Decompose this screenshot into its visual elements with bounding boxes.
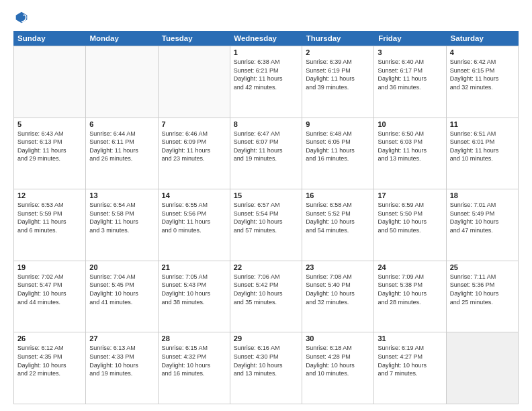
cell-content: Sunrise: 6:19 AM Sunset: 4:27 PM Dayligh… (378, 344, 442, 377)
week-row-3: 19Sunrise: 7:02 AM Sunset: 5:47 PM Dayli… (13, 261, 519, 332)
day-number: 7 (162, 120, 226, 128)
day-number: 28 (162, 334, 226, 342)
cell-content: Sunrise: 7:04 AM Sunset: 5:45 PM Dayligh… (89, 273, 154, 306)
cell-content: Sunrise: 6:53 AM Sunset: 5:59 PM Dayligh… (17, 201, 82, 234)
calendar: SundayMondayTuesdayWednesdayThursdayFrid… (13, 31, 519, 404)
header-day-sunday: Sunday (13, 31, 85, 46)
week-row-4: 26Sunrise: 6:12 AM Sunset: 4:35 PM Dayli… (13, 332, 519, 404)
week-row-2: 12Sunrise: 6:53 AM Sunset: 5:59 PM Dayli… (13, 189, 519, 261)
cell-content: Sunrise: 6:38 AM Sunset: 6:21 PM Dayligh… (234, 58, 298, 91)
cal-cell: 28Sunrise: 6:15 AM Sunset: 4:32 PM Dayli… (159, 332, 230, 404)
cal-cell: 13Sunrise: 6:54 AM Sunset: 5:58 PM Dayli… (86, 189, 158, 261)
cal-cell: 6Sunrise: 6:44 AM Sunset: 6:11 PM Daylig… (86, 118, 158, 189)
cell-content: Sunrise: 6:40 AM Sunset: 6:17 PM Dayligh… (378, 58, 442, 91)
cell-content: Sunrise: 6:39 AM Sunset: 6:19 PM Dayligh… (306, 58, 370, 91)
header-day-saturday: Saturday (447, 31, 519, 46)
day-number: 16 (306, 191, 370, 199)
cell-content: Sunrise: 7:06 AM Sunset: 5:42 PM Dayligh… (234, 273, 298, 306)
cal-cell: 20Sunrise: 7:04 AM Sunset: 5:45 PM Dayli… (86, 261, 158, 332)
calendar-body: 1Sunrise: 6:38 AM Sunset: 6:21 PM Daylig… (13, 46, 519, 404)
cal-cell (159, 46, 230, 118)
cell-content: Sunrise: 7:11 AM Sunset: 5:36 PM Dayligh… (450, 273, 515, 306)
day-number: 11 (450, 120, 515, 128)
header-day-tuesday: Tuesday (158, 31, 230, 46)
cell-content: Sunrise: 6:48 AM Sunset: 6:05 PM Dayligh… (306, 130, 370, 163)
cal-cell: 29Sunrise: 6:16 AM Sunset: 4:30 PM Dayli… (230, 332, 302, 404)
day-number: 15 (234, 191, 298, 199)
day-number: 18 (450, 191, 515, 199)
cal-cell: 8Sunrise: 6:47 AM Sunset: 6:07 PM Daylig… (230, 118, 302, 189)
cell-content: Sunrise: 6:50 AM Sunset: 6:03 PM Dayligh… (378, 130, 442, 163)
cal-cell: 21Sunrise: 7:05 AM Sunset: 5:43 PM Dayli… (159, 261, 230, 332)
cell-content: Sunrise: 6:16 AM Sunset: 4:30 PM Dayligh… (234, 344, 298, 377)
cell-content: Sunrise: 6:55 AM Sunset: 5:56 PM Dayligh… (162, 201, 226, 234)
cal-cell: 19Sunrise: 7:02 AM Sunset: 5:47 PM Dayli… (14, 261, 86, 332)
header-day-friday: Friday (374, 31, 446, 46)
cell-content: Sunrise: 6:18 AM Sunset: 4:28 PM Dayligh… (306, 344, 370, 377)
day-number: 14 (162, 191, 226, 199)
cell-content: Sunrise: 6:42 AM Sunset: 6:15 PM Dayligh… (450, 58, 515, 91)
cell-content: Sunrise: 6:59 AM Sunset: 5:50 PM Dayligh… (378, 201, 442, 234)
cal-cell: 25Sunrise: 7:11 AM Sunset: 5:36 PM Dayli… (447, 261, 519, 332)
day-number: 2 (306, 48, 370, 56)
cal-cell: 11Sunrise: 6:51 AM Sunset: 6:01 PM Dayli… (447, 118, 519, 189)
day-number: 31 (378, 334, 442, 342)
logo (13, 11, 28, 24)
cal-cell (447, 332, 519, 404)
cell-content: Sunrise: 7:02 AM Sunset: 5:47 PM Dayligh… (17, 273, 82, 306)
cell-content: Sunrise: 6:51 AM Sunset: 6:01 PM Dayligh… (450, 130, 515, 163)
week-row-0: 1Sunrise: 6:38 AM Sunset: 6:21 PM Daylig… (13, 46, 519, 118)
day-number: 13 (89, 191, 154, 199)
cal-cell: 17Sunrise: 6:59 AM Sunset: 5:50 PM Dayli… (374, 189, 446, 261)
day-number: 4 (450, 48, 515, 56)
day-number: 12 (17, 191, 82, 199)
cal-cell: 3Sunrise: 6:40 AM Sunset: 6:17 PM Daylig… (374, 46, 446, 118)
cal-cell: 9Sunrise: 6:48 AM Sunset: 6:05 PM Daylig… (302, 118, 374, 189)
day-number: 6 (89, 120, 154, 128)
cal-cell: 27Sunrise: 6:13 AM Sunset: 4:33 PM Dayli… (86, 332, 158, 404)
cell-content: Sunrise: 6:13 AM Sunset: 4:33 PM Dayligh… (89, 344, 154, 377)
day-number: 8 (234, 120, 298, 128)
cell-content: Sunrise: 6:43 AM Sunset: 6:13 PM Dayligh… (17, 130, 82, 163)
day-number: 23 (306, 263, 370, 271)
day-number: 24 (378, 263, 442, 271)
cal-cell: 30Sunrise: 6:18 AM Sunset: 4:28 PM Dayli… (302, 332, 374, 404)
cell-content: Sunrise: 7:08 AM Sunset: 5:40 PM Dayligh… (306, 273, 370, 306)
day-number: 25 (450, 263, 515, 271)
cell-content: Sunrise: 7:01 AM Sunset: 5:49 PM Dayligh… (450, 201, 515, 234)
cal-cell: 31Sunrise: 6:19 AM Sunset: 4:27 PM Dayli… (374, 332, 446, 404)
header-day-wednesday: Wednesday (230, 31, 302, 46)
cal-cell: 5Sunrise: 6:43 AM Sunset: 6:13 PM Daylig… (14, 118, 86, 189)
day-number: 30 (306, 334, 370, 342)
cal-cell: 15Sunrise: 6:57 AM Sunset: 5:54 PM Dayli… (230, 189, 302, 261)
cell-content: Sunrise: 7:09 AM Sunset: 5:38 PM Dayligh… (378, 273, 442, 306)
header-day-thursday: Thursday (302, 31, 374, 46)
page: SundayMondayTuesdayWednesdayThursdayFrid… (0, 0, 532, 411)
day-number: 20 (89, 263, 154, 271)
cal-cell: 2Sunrise: 6:39 AM Sunset: 6:19 PM Daylig… (302, 46, 374, 118)
cell-content: Sunrise: 6:47 AM Sunset: 6:07 PM Dayligh… (234, 130, 298, 163)
cal-cell: 16Sunrise: 6:58 AM Sunset: 5:52 PM Dayli… (302, 189, 374, 261)
day-number: 10 (378, 120, 442, 128)
header (13, 11, 519, 24)
cal-cell: 4Sunrise: 6:42 AM Sunset: 6:15 PM Daylig… (447, 46, 519, 118)
day-number: 22 (234, 263, 298, 271)
day-number: 9 (306, 120, 370, 128)
cell-content: Sunrise: 6:12 AM Sunset: 4:35 PM Dayligh… (17, 344, 82, 377)
cal-cell: 23Sunrise: 7:08 AM Sunset: 5:40 PM Dayli… (302, 261, 374, 332)
day-number: 29 (234, 334, 298, 342)
day-number: 1 (234, 48, 298, 56)
cal-cell: 14Sunrise: 6:55 AM Sunset: 5:56 PM Dayli… (159, 189, 230, 261)
day-number: 19 (17, 263, 82, 271)
cell-content: Sunrise: 6:57 AM Sunset: 5:54 PM Dayligh… (234, 201, 298, 234)
cell-content: Sunrise: 6:15 AM Sunset: 4:32 PM Dayligh… (162, 344, 226, 377)
cell-content: Sunrise: 6:44 AM Sunset: 6:11 PM Dayligh… (89, 130, 154, 163)
day-number: 5 (17, 120, 82, 128)
cal-cell: 24Sunrise: 7:09 AM Sunset: 5:38 PM Dayli… (374, 261, 446, 332)
cal-cell: 10Sunrise: 6:50 AM Sunset: 6:03 PM Dayli… (374, 118, 446, 189)
day-number: 26 (17, 334, 82, 342)
cal-cell: 22Sunrise: 7:06 AM Sunset: 5:42 PM Dayli… (230, 261, 302, 332)
cal-cell: 7Sunrise: 6:46 AM Sunset: 6:09 PM Daylig… (159, 118, 230, 189)
day-number: 3 (378, 48, 442, 56)
header-day-monday: Monday (85, 31, 157, 46)
